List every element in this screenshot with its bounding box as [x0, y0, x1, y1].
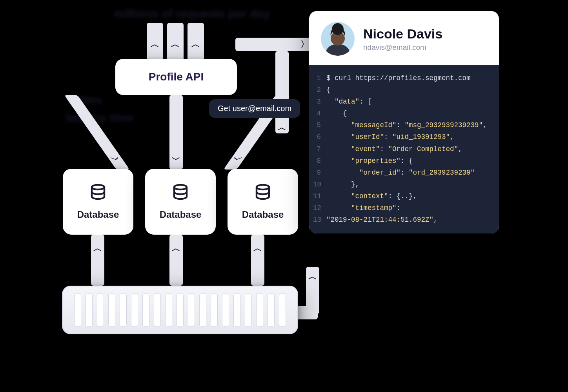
server-slot [108, 294, 115, 326]
server-slot [188, 294, 195, 326]
server-slot [245, 294, 252, 326]
code-text: $ curl https://profiles.segment.com [326, 72, 471, 84]
chevron-up-icon: ︿ [151, 38, 159, 50]
line-number: 2 [313, 84, 326, 96]
chevron-up-icon: ︿ [171, 38, 180, 50]
server-slot [268, 294, 275, 326]
code-line: 3 "data": [ [313, 96, 495, 108]
code-line: 12 "timestamp": [313, 202, 495, 214]
pipe-in-2: ︿ [167, 23, 184, 62]
line-number: 11 [313, 190, 326, 202]
server-node [62, 286, 298, 334]
code-line: 7 "event": "Order Completed", [313, 143, 495, 155]
pipe-low-2: ︿ [169, 235, 183, 286]
database-node-2: Database [145, 169, 216, 235]
code-line: 10 }, [313, 179, 495, 190]
server-slot [120, 294, 127, 326]
server-slot [177, 294, 184, 326]
user-email: ndavis@email.com [363, 43, 442, 52]
server-slot [97, 294, 104, 326]
line-number: 1 [313, 72, 326, 84]
code-text: "properties": { [326, 155, 413, 167]
chevron-up-icon: ︿ [172, 242, 180, 254]
code-text: { [326, 108, 347, 119]
chevron-up-icon: ︿ [253, 242, 262, 254]
chevron-down-icon: ﹀ [228, 154, 245, 166]
code-text: "userId": "uid_19391293", [326, 131, 454, 143]
code-text: { [326, 84, 331, 96]
line-number: 10 [313, 179, 326, 190]
line-number: 4 [313, 108, 326, 119]
server-slot [165, 294, 172, 326]
pipe-loop-v: ︿ [306, 267, 319, 314]
architecture-diagram: millions of requests per day 100ms laten… [0, 0, 314, 392]
server-slot [279, 294, 286, 326]
chevron-down-icon: ﹀ [108, 154, 125, 166]
line-number: 12 [313, 202, 326, 214]
pipe-to-card-h: 〉 [235, 38, 314, 51]
line-number: 13 [313, 214, 326, 226]
profile-card: Nicole Davis ndavis@email.com 1$ curl ht… [309, 11, 499, 233]
code-text: "order_id": "ord_2939239239" [326, 167, 475, 179]
database-row: Database Database Database [63, 169, 298, 235]
code-text: "event": "Order Completed", [326, 143, 462, 155]
pipe-low-1: ︿ [91, 235, 104, 286]
database-label: Database [160, 209, 202, 220]
avatar [321, 22, 355, 56]
database-node-3: Database [228, 169, 298, 235]
pipe-to-card-v: ︿ [275, 51, 289, 133]
code-line: 8 "properties": { [313, 155, 495, 167]
code-line: 2{ [313, 84, 495, 96]
get-request-pill: Get user@email.com [209, 99, 300, 118]
chevron-up-icon: ︿ [308, 271, 317, 283]
chevron-up-icon: ︿ [191, 38, 200, 50]
database-icon [253, 183, 272, 202]
avatar-illustration [321, 22, 355, 56]
code-block: 1$ curl https://profiles.segment.com2{3 … [309, 65, 499, 233]
database-label: Database [242, 209, 284, 220]
server-slot [222, 294, 229, 326]
server-slot [154, 294, 161, 326]
profile-text: Nicole Davis ndavis@email.com [363, 26, 442, 52]
code-text: "context": {..}, [326, 190, 417, 202]
pipe-in-1: ︿ [147, 23, 163, 62]
pipe-in-3: ︿ [188, 23, 204, 62]
server-slot [131, 294, 138, 326]
code-line: 6 "userId": "uid_19391293", [313, 131, 495, 143]
line-number: 6 [313, 131, 326, 143]
line-number: 8 [313, 155, 326, 167]
database-icon [89, 183, 107, 202]
user-name: Nicole Davis [363, 26, 442, 42]
profile-api-node: Profile API [115, 59, 237, 95]
chevron-up-icon: ︿ [93, 242, 102, 254]
server-slot [211, 294, 218, 326]
line-number: 3 [313, 96, 326, 108]
line-number: 7 [313, 143, 326, 155]
chevron-down-icon: ﹀ [172, 154, 180, 166]
code-text: "messageId": "msg_2932939239239", [326, 119, 487, 131]
code-line: 4 { [313, 108, 495, 119]
pipe-low-3: ︿ [251, 235, 264, 286]
code-text: }, [326, 179, 359, 190]
database-node-1: Database [63, 169, 133, 235]
svg-point-2 [257, 185, 269, 190]
code-line: 9 "order_id": "ord_2939239239" [313, 167, 495, 179]
code-text: "2019-08-21T21:44:51.692Z", [326, 214, 438, 226]
code-line: 5 "messageId": "msg_2932939239239", [313, 119, 495, 131]
server-slot [142, 294, 149, 326]
server-slot [86, 294, 93, 326]
svg-point-1 [174, 185, 187, 190]
server-slot [74, 294, 81, 326]
line-number: 9 [313, 167, 326, 179]
code-line: 1$ curl https://profiles.segment.com [313, 72, 495, 84]
line-number: 5 [313, 119, 326, 131]
top-caption: millions of requests per day [114, 7, 270, 20]
server-slot [199, 294, 206, 326]
code-text: "data": [ [326, 96, 372, 108]
code-line: 11 "context": {..}, [313, 190, 495, 202]
chevron-right-icon: 〉 [300, 38, 309, 50]
chevron-up-icon: ︿ [278, 122, 286, 133]
code-text: "timestamp": [326, 202, 401, 214]
server-slot [256, 294, 263, 326]
database-icon [171, 183, 190, 202]
